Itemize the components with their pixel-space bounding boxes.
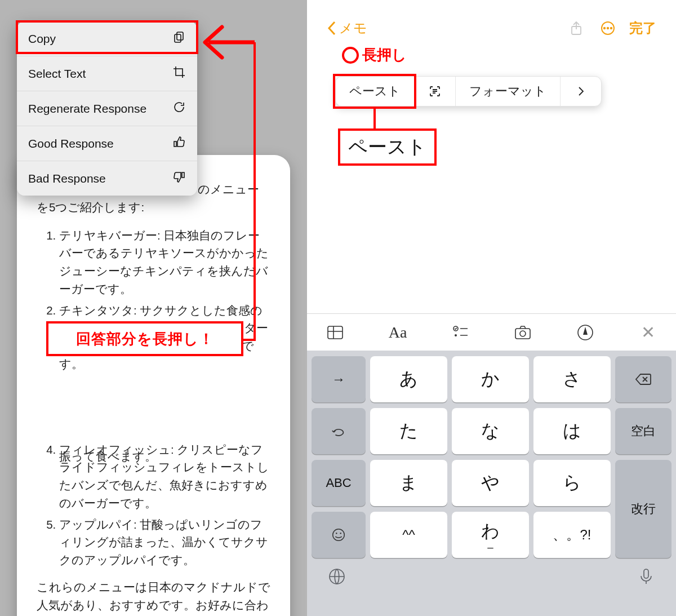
annotation-circle-icon xyxy=(342,47,359,64)
key-ma[interactable]: ま xyxy=(370,460,447,506)
markup-icon[interactable] xyxy=(573,320,598,345)
keyboard-toolbar: Aa ✕ xyxy=(307,313,676,351)
key-na[interactable]: な xyxy=(452,408,529,454)
keyboard-bottom-bar xyxy=(312,558,671,592)
edit-context-bar: ペースト フォーマット xyxy=(335,76,602,107)
menu-bad-label: Bad Response xyxy=(28,172,106,185)
context-paste[interactable]: ペースト xyxy=(336,77,415,106)
chat-context-menu: Copy Select Text Regenerate Response Goo… xyxy=(17,21,197,196)
context-format[interactable]: フォーマット xyxy=(456,77,561,106)
menu-bad[interactable]: Bad Response xyxy=(17,161,197,196)
menu-good-label: Good Response xyxy=(28,137,114,150)
thumbs-down-icon xyxy=(172,170,186,187)
key-ya[interactable]: や xyxy=(452,460,529,506)
svg-rect-0 xyxy=(177,32,183,40)
svg-rect-7 xyxy=(328,326,343,339)
svg-point-5 xyxy=(607,28,608,29)
close-keyboard-button[interactable]: ✕ xyxy=(635,320,660,345)
key-ra[interactable]: ら xyxy=(533,460,611,506)
camera-icon[interactable] xyxy=(510,320,535,345)
notes-header: メモ 完了 xyxy=(307,14,676,42)
response-outro: これらのメニューは日本のマクドナルドで人気があり、おすすめです。お好みに合わせて… xyxy=(37,578,270,616)
svg-point-4 xyxy=(604,28,605,29)
svg-point-13 xyxy=(333,529,345,541)
svg-rect-10 xyxy=(515,329,530,339)
menu-select-text[interactable]: Select Text xyxy=(17,56,197,91)
svg-point-9 xyxy=(455,334,457,336)
response-list: テリヤキバーガー: 日本独自のフレーバーであるテリヤキソースがかかったジューシー… xyxy=(37,227,270,569)
chat-response-card[interactable]: ロイヤルラウンドでおすすめのメニューを5つご紹介します: テリヤキバーガー: 日… xyxy=(17,155,290,616)
copy-icon xyxy=(172,30,186,47)
svg-point-15 xyxy=(340,533,341,534)
annotation-paste-big: ペースト xyxy=(338,128,437,166)
mic-icon[interactable] xyxy=(637,567,656,588)
svg-point-6 xyxy=(611,28,612,29)
context-more[interactable] xyxy=(561,77,601,106)
key-a[interactable]: あ xyxy=(370,356,447,402)
key-wa[interactable]: わ _ xyxy=(452,512,529,558)
share-button[interactable] xyxy=(568,20,584,36)
more-button[interactable] xyxy=(600,20,616,36)
svg-point-11 xyxy=(520,331,526,336)
key-sa[interactable]: さ xyxy=(533,356,611,402)
annotation-callout: 回答部分を長押し！ xyxy=(46,321,243,356)
menu-regenerate-label: Regenerate Response xyxy=(28,102,146,116)
back-label: メモ xyxy=(339,19,367,37)
menu-select-text-label: Select Text xyxy=(28,67,86,81)
text-format-button[interactable]: Aa xyxy=(385,320,410,345)
crop-icon xyxy=(172,65,186,82)
context-scan[interactable] xyxy=(415,77,456,106)
annotation-arrow-icon xyxy=(198,17,266,62)
key-enter[interactable]: 改行 xyxy=(615,460,671,558)
menu-copy[interactable]: Copy xyxy=(17,21,197,56)
key-emoji[interactable] xyxy=(312,512,366,558)
table-icon[interactable] xyxy=(323,320,348,345)
annotation-callout-text: 回答部分を長押し！ xyxy=(76,329,214,349)
thumbs-up-icon xyxy=(172,135,186,152)
checklist-icon[interactable] xyxy=(448,320,473,345)
back-button[interactable]: メモ xyxy=(327,19,367,37)
annotation-connector xyxy=(373,109,376,130)
done-button[interactable]: 完了 xyxy=(629,19,656,37)
menu-copy-label: Copy xyxy=(28,32,56,46)
key-space[interactable]: 空白 xyxy=(615,408,671,454)
svg-rect-1 xyxy=(175,34,181,42)
key-tab[interactable]: → xyxy=(312,356,366,402)
key-wa-sub: _ xyxy=(487,538,493,548)
key-caret[interactable]: ^^ xyxy=(370,512,447,558)
svg-point-14 xyxy=(336,533,337,534)
key-ta[interactable]: た xyxy=(370,408,447,454)
right-screenshot: メモ 完了 長押し ペースト フォーマット ペースト Aa xyxy=(307,0,676,616)
left-screenshot: Copy Select Text Regenerate Response Goo… xyxy=(0,0,307,616)
list-item: テリヤキバーガー: 日本独自のフレーバーであるテリヤキソースがかかったジューシー… xyxy=(59,227,270,298)
menu-good[interactable]: Good Response xyxy=(17,126,197,161)
key-abc[interactable]: ABC xyxy=(312,460,366,506)
list-item: アップルパイ: 甘酸っぱいリンゴのフィリングが詰まった、温かくてサクサクのアップ… xyxy=(59,516,270,569)
japanese-keyboard: → あ か さ た な は 空白 ABC ま や ら xyxy=(307,351,676,616)
key-ka[interactable]: か xyxy=(452,356,529,402)
annotation-long-press: 長押し xyxy=(342,45,407,65)
list-item xyxy=(59,376,270,437)
refresh-icon xyxy=(172,100,186,117)
annotation-long-press-text: 長押し xyxy=(362,45,407,65)
menu-regenerate[interactable]: Regenerate Response xyxy=(17,91,197,126)
key-ha[interactable]: は xyxy=(533,408,611,454)
globe-icon[interactable] xyxy=(327,567,346,588)
key-undo[interactable] xyxy=(312,408,366,454)
key-punct[interactable]: 、。?! xyxy=(533,512,611,558)
svg-rect-17 xyxy=(644,569,648,578)
key-delete[interactable] xyxy=(615,356,671,402)
